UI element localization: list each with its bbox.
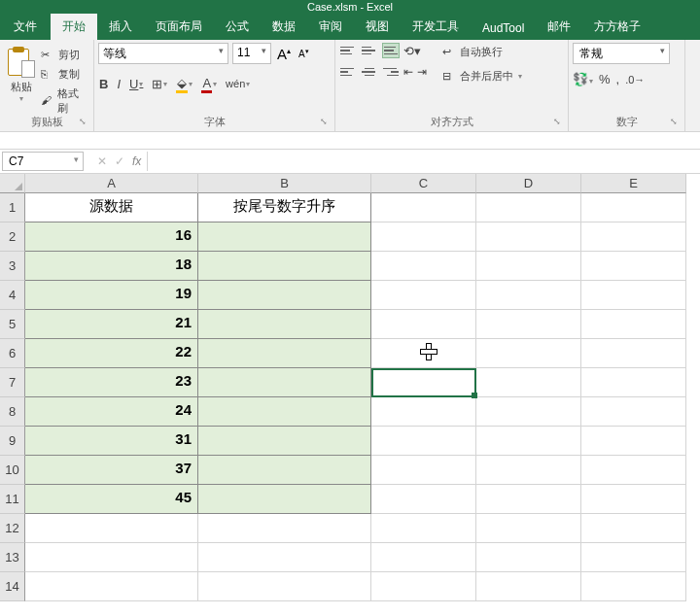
merge-center-button[interactable]: ⊟ 合并后居中 (438, 67, 526, 86)
tab-square[interactable]: 方方格子 (582, 14, 652, 40)
cell-A4[interactable]: 19 (25, 281, 198, 310)
row-header[interactable]: 12 (0, 514, 25, 543)
cell-C13[interactable] (371, 543, 476, 572)
underline-button[interactable]: U (128, 75, 144, 93)
spreadsheet-grid[interactable]: A B C D E 1源数据按尾号数字升序2163184195216227238… (0, 174, 700, 601)
number-format-select[interactable]: 常规 (573, 43, 670, 64)
cell-C4[interactable] (371, 281, 476, 310)
row-header[interactable]: 9 (0, 427, 25, 456)
cell-E13[interactable] (581, 543, 686, 572)
row-header[interactable]: 2 (0, 222, 25, 252)
cell-E9[interactable] (581, 427, 686, 456)
italic-button[interactable]: I (116, 75, 122, 93)
cell-E6[interactable] (581, 339, 686, 368)
row-header[interactable]: 6 (0, 339, 25, 368)
cell-A2[interactable]: 16 (25, 222, 198, 252)
row-header[interactable]: 5 (0, 310, 25, 339)
cell-C6[interactable] (371, 339, 476, 368)
align-left-button[interactable] (339, 64, 357, 80)
align-right-button[interactable] (382, 64, 400, 80)
cancel-formula-button[interactable]: ✕ (97, 154, 107, 168)
col-header-D[interactable]: D (476, 174, 581, 193)
decrease-indent-button[interactable]: ⇤ (403, 65, 413, 79)
col-header-B[interactable]: B (198, 174, 371, 193)
tab-mail[interactable]: 邮件 (536, 14, 582, 40)
cell-E11[interactable] (581, 485, 686, 514)
cell-D1[interactable] (476, 193, 581, 222)
cell-D7[interactable] (476, 368, 581, 397)
cell-C2[interactable] (371, 222, 476, 252)
tab-page-layout[interactable]: 页面布局 (144, 14, 214, 40)
cell-B14[interactable] (198, 572, 371, 601)
cell-A7[interactable]: 23 (25, 368, 198, 397)
row-header[interactable]: 14 (0, 572, 25, 601)
row-header[interactable]: 13 (0, 543, 25, 572)
tab-formulas[interactable]: 公式 (214, 14, 261, 40)
cell-E7[interactable] (581, 368, 686, 397)
confirm-formula-button[interactable]: ✓ (115, 154, 124, 168)
tab-audtool[interactable]: AudTool (471, 17, 536, 40)
tab-developer[interactable]: 开发工具 (401, 14, 471, 40)
cell-D14[interactable] (476, 572, 581, 601)
cell-C5[interactable] (371, 310, 476, 339)
font-size-select[interactable]: 11 (232, 43, 271, 64)
cell-C9[interactable] (371, 427, 476, 456)
col-header-A[interactable]: A (25, 174, 198, 193)
cell-E12[interactable] (581, 514, 686, 543)
percent-button[interactable]: % (599, 72, 611, 86)
cell-B8[interactable] (198, 397, 371, 427)
row-header[interactable]: 10 (0, 456, 25, 485)
cell-A3[interactable]: 18 (25, 252, 198, 281)
tab-data[interactable]: 数据 (261, 14, 307, 40)
row-header[interactable]: 4 (0, 281, 25, 310)
row-header[interactable]: 11 (0, 485, 25, 514)
font-name-select[interactable]: 等线 (98, 43, 228, 64)
cell-D2[interactable] (476, 222, 581, 252)
increase-font-button[interactable]: A▴ (275, 46, 293, 62)
wrap-text-button[interactable]: ↩ 自动换行 (438, 43, 526, 61)
cell-E2[interactable] (581, 222, 686, 252)
col-header-C[interactable]: C (371, 174, 476, 193)
align-top-button[interactable] (339, 43, 357, 58)
alignment-dialog-launcher[interactable]: ⤡ (553, 117, 565, 128)
cell-B10[interactable] (198, 456, 371, 485)
cell-B5[interactable] (198, 310, 371, 339)
cell-C1[interactable] (371, 193, 476, 222)
tab-insert[interactable]: 插入 (97, 14, 144, 40)
row-header[interactable]: 7 (0, 368, 25, 397)
cell-B13[interactable] (198, 543, 371, 572)
font-color-button[interactable]: A (200, 72, 218, 95)
cell-A8[interactable]: 24 (25, 397, 198, 427)
increase-decimal-button[interactable]: .0→ (625, 74, 645, 86)
phonetic-button[interactable]: wén (225, 76, 251, 91)
cell-B12[interactable] (198, 514, 371, 543)
cell-E1[interactable] (581, 193, 686, 222)
row-header[interactable]: 3 (0, 252, 25, 281)
comma-button[interactable]: , (616, 72, 620, 86)
cell-D10[interactable] (476, 456, 581, 485)
name-box[interactable]: C7 (2, 152, 84, 171)
cell-E8[interactable] (581, 397, 686, 427)
increase-indent-button[interactable]: ⇥ (417, 65, 427, 79)
format-painter-button[interactable]: 🖌 格式刷 (39, 86, 89, 117)
decrease-font-button[interactable]: A▾ (297, 48, 311, 59)
cell-A6[interactable]: 22 (25, 339, 198, 368)
cell-B6[interactable] (198, 339, 371, 368)
cell-E3[interactable] (581, 252, 686, 281)
cell-D12[interactable] (476, 514, 581, 543)
cell-C12[interactable] (371, 514, 476, 543)
cell-A13[interactable] (25, 543, 198, 572)
row-header[interactable]: 1 (0, 193, 25, 222)
copy-button[interactable]: ⎘ 复制 (39, 66, 89, 83)
cut-button[interactable]: ✂ 剪切 (39, 47, 89, 63)
cell-D11[interactable] (476, 485, 581, 514)
cell-A11[interactable]: 45 (25, 485, 198, 514)
row-header[interactable]: 8 (0, 397, 25, 427)
tab-file[interactable]: 文件 (0, 14, 51, 40)
align-middle-button[interactable] (361, 43, 378, 58)
cell-C10[interactable] (371, 456, 476, 485)
cell-B7[interactable] (198, 368, 371, 397)
cell-E5[interactable] (581, 310, 686, 339)
cell-D8[interactable] (476, 397, 581, 427)
cell-D13[interactable] (476, 543, 581, 572)
